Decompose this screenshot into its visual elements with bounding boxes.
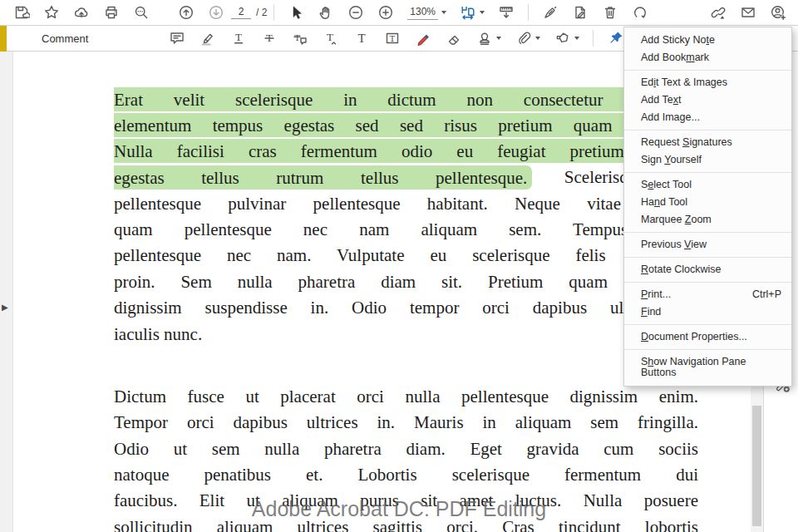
text-line: Tempor orci dapibus ultrices in. Mauris …: [114, 410, 698, 436]
zoom-in-button[interactable]: [376, 2, 396, 23]
menu-item-edit-text-images[interactable]: Edit Text & Images: [624, 74, 791, 91]
share-link-button[interactable]: [708, 2, 728, 23]
nav-pane-toggle[interactable]: ▶: [2, 303, 8, 312]
add-text-comment-button[interactable]: T: [352, 27, 372, 49]
menu-item-label: Add Image...: [641, 112, 700, 123]
send-email-button[interactable]: [738, 2, 758, 23]
chevron-down-icon: [441, 11, 446, 14]
link-icon: [710, 4, 727, 21]
menu-item-label: Add Sticky Note: [641, 35, 715, 46]
menu-item-request-signatures[interactable]: Request Signatures: [624, 134, 791, 151]
menu-item-find[interactable]: Find: [624, 303, 791, 321]
menu-item-show-navigation-pane-buttons[interactable]: Show Navigation Pane Buttons: [624, 353, 791, 382]
rotate-button[interactable]: [630, 2, 650, 23]
menu-item-label: Show Navigation Pane Buttons: [641, 357, 781, 378]
menu-separator: [624, 70, 791, 71]
zoom-level-dropdown[interactable]: 130%: [407, 6, 446, 20]
fill-and-sign-button[interactable]: [540, 2, 560, 23]
fountain-pen-icon: [542, 4, 559, 21]
menu-item-print[interactable]: Print...Ctrl+P: [624, 286, 791, 303]
paragraph-1: Erat velit scelerisque in dictum non con…: [114, 86, 698, 347]
menu-separator: [624, 349, 791, 350]
insert-text-button[interactable]: T: [321, 27, 341, 49]
caption-text: Adobe Acrobat DC: PDF Editing: [252, 497, 546, 521]
page-number-input[interactable]: [231, 6, 251, 19]
hand-tool-button[interactable]: [316, 2, 336, 23]
menu-item-label: Request Signatures: [641, 137, 732, 148]
highlight-annotation[interactable]: elementum tempus egestas sed sed risus p…: [114, 113, 698, 137]
save-button[interactable]: [12, 2, 32, 23]
menu-item-add-sticky-note[interactable]: Add Sticky Note: [624, 32, 791, 49]
drawing-tools-button[interactable]: [553, 27, 581, 49]
highlight-annotation[interactable]: egestas tellus rutrum tellus pellentesqu…: [114, 165, 532, 190]
menu-item-label: Marquee Zoom: [641, 214, 712, 225]
text-line: Nulla facilisi cras fermentum odio eu fe…: [114, 139, 698, 165]
scrolling-mode-button[interactable]: [496, 2, 516, 23]
menu-item-label: Document Properties...: [641, 332, 747, 342]
text-line: quam pellentesque nec nam aliquam sem. T…: [114, 217, 698, 243]
chevron-down-icon: [574, 37, 579, 40]
toolbar-divider: [593, 30, 594, 47]
replace-text-button[interactable]: T: [290, 27, 310, 49]
menu-item-add-text[interactable]: Add Text: [624, 91, 791, 109]
svg-text:T: T: [327, 31, 333, 43]
draw-button[interactable]: [413, 27, 433, 49]
zoom-out-icon: [347, 4, 364, 21]
menu-item-label: Edit Text & Images: [641, 77, 727, 88]
save-icon: [13, 4, 30, 21]
highlight-annotation[interactable]: Erat velit scelerisque in dictum non con…: [114, 87, 698, 111]
text-line: pellentesque pulvinar pellentesque habit…: [114, 191, 698, 217]
search-button[interactable]: [131, 2, 151, 23]
edit-page-icon: [572, 4, 589, 21]
zoom-out-button[interactable]: [346, 2, 366, 23]
sticky-note-button[interactable]: [167, 27, 187, 49]
text-line: Odio ut sem nulla pharetra diam. Eget gr…: [114, 436, 698, 462]
strikethrough-text-button[interactable]: T: [259, 27, 279, 49]
scrolling-mode-icon: [498, 4, 515, 21]
menu-item-document-properties[interactable]: Document Properties...: [624, 328, 791, 346]
next-page-button[interactable]: [206, 2, 226, 23]
attach-file-button[interactable]: [514, 27, 542, 49]
nav-pane-strip: ▶: [0, 52, 13, 532]
stamp-button[interactable]: [475, 27, 503, 49]
menu-separator: [624, 130, 791, 131]
menu-item-sign-yourself[interactable]: Sign Yourself: [624, 151, 791, 169]
delete-button[interactable]: [600, 2, 620, 23]
share-button[interactable]: [71, 2, 91, 23]
highlight-annotation[interactable]: Nulla facilisi cras fermentum odio eu fe…: [114, 139, 698, 163]
printer-icon: [103, 4, 120, 21]
page-total-label: / 2: [256, 7, 267, 18]
erase-button[interactable]: [444, 27, 464, 49]
menu-item-previous-view[interactable]: Previous View: [624, 236, 791, 254]
hand-icon: [318, 4, 334, 21]
menu-item-label: Add Text: [641, 95, 681, 106]
chevron-down-icon: [496, 37, 501, 40]
sticky-note-icon: [169, 30, 185, 47]
account-button[interactable]: [768, 2, 788, 23]
text-box-button[interactable]: T: [382, 27, 402, 49]
menu-item-hand-tool[interactable]: Hand Tool: [624, 194, 791, 211]
edit-pdf-button[interactable]: [570, 2, 590, 23]
menu-item-add-bookmark[interactable]: Add Bookmark: [624, 49, 791, 66]
select-tool-button[interactable]: [286, 2, 306, 23]
scrollbar-thumb[interactable]: [752, 406, 761, 526]
paperclip-icon: [515, 30, 532, 47]
menu-separator: [624, 282, 791, 283]
previous-page-button[interactable]: [176, 2, 196, 23]
menu-item-select-tool[interactable]: Select Tool: [624, 176, 791, 194]
menu-item-add-image[interactable]: Add Image...: [624, 109, 791, 126]
rotate-icon: [632, 4, 648, 21]
fit-width-button[interactable]: [458, 2, 486, 23]
search-icon: [133, 4, 150, 21]
menu-separator: [624, 257, 791, 258]
print-button[interactable]: [101, 2, 121, 23]
menu-item-marquee-zoom[interactable]: Marquee Zoom: [624, 211, 791, 229]
menu-item-rotate-clockwise[interactable]: Rotate Clockwise: [624, 261, 791, 278]
menu-item-label: Add Bookmark: [641, 52, 709, 63]
context-menu: Add Sticky NoteAdd BookmarkEdit Text & I…: [623, 27, 792, 387]
cursor-icon: [288, 4, 304, 21]
favorites-button[interactable]: [42, 2, 62, 23]
underline-text-button[interactable]: T: [229, 27, 249, 49]
account-add-icon: [770, 4, 786, 21]
highlight-text-button[interactable]: [198, 27, 218, 49]
